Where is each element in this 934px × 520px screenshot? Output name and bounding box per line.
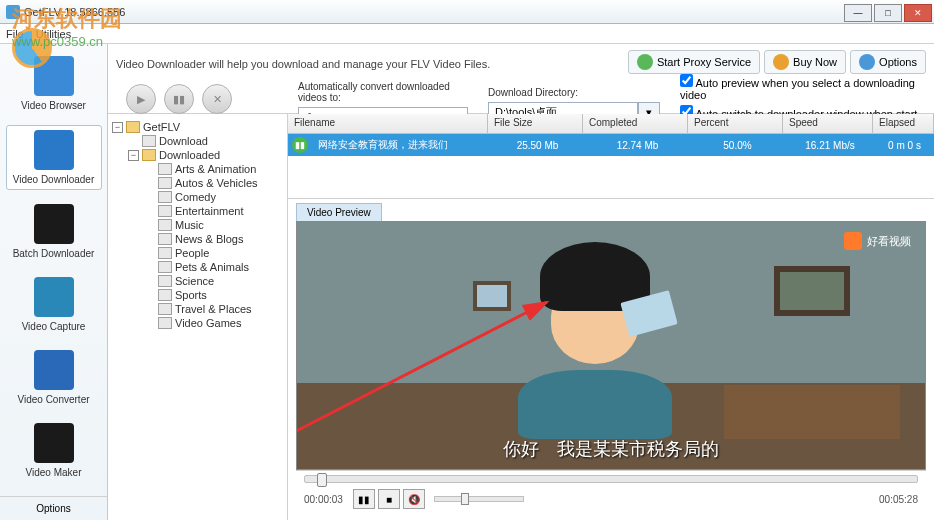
th-filename[interactable]: Filename — [288, 114, 488, 133]
tree-category[interactable]: Sports — [144, 288, 283, 302]
sidebar-icon — [34, 277, 74, 317]
tree-category[interactable]: Science — [144, 274, 283, 288]
th-percent[interactable]: Percent — [688, 114, 783, 133]
table-row[interactable]: ▮▮ 网络安全教育视频，进来我们 25.50 Mb 12.74 Mb 50.0%… — [288, 134, 934, 156]
sidebar-icon — [34, 350, 74, 390]
video-preview-tab[interactable]: Video Preview — [296, 203, 382, 221]
tree-downloaded[interactable]: −Downloaded — [128, 148, 283, 162]
sidebar-options[interactable]: Options — [0, 496, 107, 520]
sidebar-item-video-maker[interactable]: Video Maker — [6, 419, 102, 482]
pause-icon: ▮▮ — [292, 137, 308, 153]
folder-tree: −GetFLV Download −Downloaded Arts & Anim… — [108, 114, 288, 520]
maximize-button[interactable]: □ — [874, 4, 902, 22]
sidebar-item-video-downloader[interactable]: Video Downloader — [6, 125, 102, 190]
folder-icon — [158, 191, 172, 203]
mute-button[interactable]: 🔇 — [403, 489, 425, 509]
tree-category[interactable]: News & Blogs — [144, 232, 283, 246]
sidebar-icon — [34, 130, 74, 170]
downloads-table: Filename File Size Completed Percent Spe… — [288, 114, 934, 199]
sidebar-item-video-capture[interactable]: Video Capture — [6, 273, 102, 336]
th-speed[interactable]: Speed — [783, 114, 873, 133]
tree-download[interactable]: Download — [128, 134, 283, 148]
th-completed[interactable]: Completed — [583, 114, 688, 133]
folder-icon — [158, 219, 172, 231]
app-icon — [6, 5, 20, 19]
directory-label: Download Directory: — [488, 87, 660, 98]
folder-icon — [158, 177, 172, 189]
toolbar-description: Video Downloader will help you download … — [116, 54, 624, 70]
sidebar-icon — [34, 423, 74, 463]
window-title: GetFLV 18.5866.556 — [24, 6, 125, 18]
folder-icon — [158, 205, 172, 217]
auto-preview-checkbox[interactable]: Auto preview when you select a downloadi… — [680, 74, 918, 101]
tree-category[interactable]: Video Games — [144, 316, 283, 330]
sidebar-item-video-converter[interactable]: Video Converter — [6, 346, 102, 409]
cart-icon — [773, 54, 789, 70]
folder-icon — [158, 317, 172, 329]
tree-category[interactable]: Entertainment — [144, 204, 283, 218]
sidebar-item-batch-downloader[interactable]: Batch Downloader — [6, 200, 102, 263]
tree-category[interactable]: Music — [144, 218, 283, 232]
volume-slider[interactable] — [434, 496, 524, 502]
sidebar-icon — [34, 204, 74, 244]
watermark-logo — [12, 28, 52, 68]
pause-button[interactable]: ▮▮ — [353, 489, 375, 509]
tree-category[interactable]: Autos & Vehicles — [144, 176, 283, 190]
video-watermark: 好看视频 — [844, 232, 911, 250]
menubar: File Utilities — [0, 24, 934, 44]
seek-slider[interactable] — [304, 475, 918, 483]
th-elapsed[interactable]: Elapsed — [873, 114, 934, 133]
tree-root[interactable]: −GetFLV — [112, 120, 283, 134]
sidebar: Video BrowserVideo DownloaderBatch Downl… — [0, 44, 108, 520]
video-preview[interactable]: 好看视频 你好 我是某某市税务局的 — [296, 221, 926, 470]
tree-category[interactable]: Comedy — [144, 190, 283, 204]
player-controls: 00:00:03 ▮▮ ■ 🔇 00:05:28 — [296, 470, 926, 516]
folder-icon — [158, 233, 172, 245]
start-proxy-button[interactable]: Start Proxy Service — [628, 50, 760, 74]
folder-icon — [158, 289, 172, 301]
buy-now-button[interactable]: Buy Now — [764, 50, 846, 74]
close-button[interactable]: ✕ — [904, 4, 932, 22]
tree-category[interactable]: Pets & Animals — [144, 260, 283, 274]
gear-icon — [859, 54, 875, 70]
folder-icon — [158, 303, 172, 315]
current-time: 00:00:03 — [304, 494, 343, 505]
th-filesize[interactable]: File Size — [488, 114, 583, 133]
tree-category[interactable]: Arts & Animation — [144, 162, 283, 176]
folder-icon — [158, 275, 172, 287]
convert-label: Automatically convert downloaded videos … — [298, 81, 468, 103]
play-icon — [637, 54, 653, 70]
titlebar: GetFLV 18.5866.556 — □ ✕ — [0, 0, 934, 24]
tree-category[interactable]: People — [144, 246, 283, 260]
duration-time: 00:05:28 — [879, 494, 918, 505]
toolbar: Video Downloader will help you download … — [108, 44, 934, 114]
minimize-button[interactable]: — — [844, 4, 872, 22]
options-button[interactable]: Options — [850, 50, 926, 74]
tree-category[interactable]: Travel & Places — [144, 302, 283, 316]
folder-icon — [158, 163, 172, 175]
video-subtitle: 你好 我是某某市税务局的 — [297, 437, 925, 461]
folder-icon — [158, 261, 172, 273]
folder-icon — [158, 247, 172, 259]
stop-play-button[interactable]: ■ — [378, 489, 400, 509]
